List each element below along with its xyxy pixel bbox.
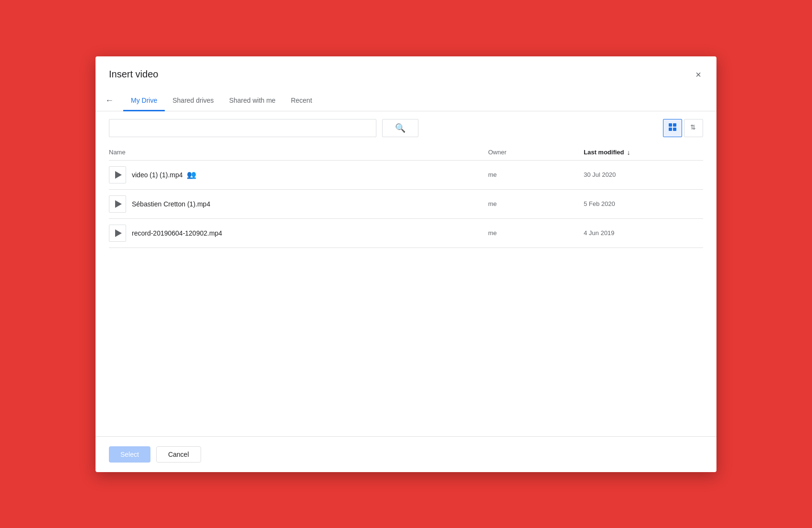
tab-shared-with-me[interactable]: Shared with me <box>222 91 283 111</box>
svg-rect-3 <box>673 128 676 131</box>
file-icon <box>109 225 126 242</box>
search-icon: 🔍 <box>395 123 406 133</box>
tabs-row: ← My Drive Shared drives Shared with me … <box>96 85 716 111</box>
file-name-cell: Sébastien Cretton (1).mp4 <box>109 195 488 213</box>
play-icon <box>115 171 122 179</box>
file-name: video (1) (1).mp4 <box>132 171 183 179</box>
file-name: record-20190604-120902.mp4 <box>132 229 222 237</box>
close-button[interactable]: × <box>694 68 703 81</box>
dialog-header: Insert video × <box>96 56 716 81</box>
tab-my-drive[interactable]: My Drive <box>123 91 165 111</box>
file-modified: 5 Feb 2020 <box>584 200 703 207</box>
sort-icon: ⇅ <box>689 123 698 133</box>
insert-video-dialog: Insert video × ← My Drive Shared drives … <box>96 56 716 472</box>
play-icon <box>115 229 122 237</box>
grid-icon <box>668 123 677 133</box>
file-modified: 30 Jul 2020 <box>584 171 703 178</box>
svg-rect-1 <box>673 123 676 127</box>
file-modified: 4 Jun 2019 <box>584 229 703 237</box>
file-table-container: Name Owner Last modified ↓ video (1) (1)… <box>96 145 716 248</box>
column-last-modified: Last modified ↓ <box>584 149 703 156</box>
view-controls: ⇅ <box>663 119 703 137</box>
file-owner: me <box>488 229 584 237</box>
svg-text:⇅: ⇅ <box>690 123 696 131</box>
play-icon <box>115 200 122 208</box>
column-name: Name <box>109 149 488 156</box>
table-row[interactable]: Sébastien Cretton (1).mp4 me 5 Feb 2020 <box>109 190 703 219</box>
svg-rect-2 <box>669 128 672 131</box>
dialog-title: Insert video <box>109 69 158 80</box>
file-owner: me <box>488 171 584 178</box>
file-name-cell: record-20190604-120902.mp4 <box>109 225 488 242</box>
tab-shared-drives[interactable]: Shared drives <box>165 91 221 111</box>
sort-button[interactable]: ⇅ <box>684 119 703 137</box>
column-owner: Owner <box>488 149 584 156</box>
search-button[interactable]: 🔍 <box>382 119 418 137</box>
svg-rect-0 <box>669 123 672 127</box>
file-owner: me <box>488 200 584 207</box>
shared-icon: 👥 <box>187 170 196 179</box>
table-row[interactable]: record-20190604-120902.mp4 me 4 Jun 2019 <box>109 219 703 248</box>
search-input[interactable] <box>109 119 376 137</box>
sort-arrow-icon: ↓ <box>627 149 630 156</box>
tab-recent[interactable]: Recent <box>283 91 320 111</box>
table-header: Name Owner Last modified ↓ <box>109 145 703 161</box>
dialog-footer: Select Cancel <box>96 436 716 472</box>
grid-view-button[interactable] <box>663 119 682 137</box>
file-name-cell: video (1) (1).mp4 👥 <box>109 166 488 183</box>
back-button[interactable]: ← <box>103 94 116 108</box>
file-name: Sébastien Cretton (1).mp4 <box>132 200 210 208</box>
cancel-button[interactable]: Cancel <box>156 446 201 463</box>
file-icon <box>109 195 126 213</box>
select-button[interactable]: Select <box>109 446 150 463</box>
file-icon <box>109 166 126 183</box>
table-row[interactable]: video (1) (1).mp4 👥 me 30 Jul 2020 <box>109 161 703 190</box>
search-row: 🔍 ⇅ <box>96 111 716 145</box>
